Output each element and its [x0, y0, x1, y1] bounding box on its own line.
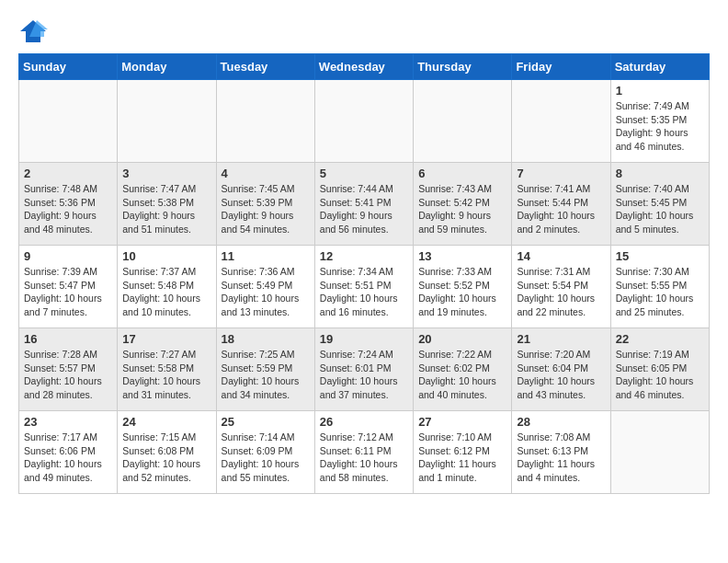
day-info: Sunrise: 7:40 AMSunset: 5:45 PMDaylight:… — [616, 182, 704, 236]
day-info: Sunrise: 7:34 AMSunset: 5:51 PMDaylight:… — [320, 265, 408, 319]
calendar-table: SundayMondayTuesdayWednesdayThursdayFrid… — [18, 53, 710, 494]
day-number: 25 — [222, 415, 310, 429]
calendar-day-cell: 4Sunrise: 7:45 AMSunset: 5:39 PMDaylight… — [216, 163, 314, 246]
day-number: 12 — [320, 249, 408, 263]
day-number: 18 — [222, 332, 310, 346]
day-number: 22 — [616, 332, 704, 346]
day-info: Sunrise: 7:20 AMSunset: 6:04 PMDaylight:… — [517, 348, 605, 402]
calendar-day-cell — [314, 80, 413, 163]
day-number: 3 — [122, 167, 210, 180]
weekday-header: Wednesday — [314, 54, 413, 80]
calendar-day-cell: 9Sunrise: 7:39 AMSunset: 5:47 PMDaylight… — [19, 246, 118, 328]
calendar-day-cell — [512, 80, 610, 163]
day-info: Sunrise: 7:49 AMSunset: 5:35 PMDaylight:… — [616, 99, 704, 154]
day-number: 19 — [320, 332, 408, 346]
day-number: 20 — [418, 332, 506, 346]
day-number: 28 — [517, 415, 605, 429]
day-info: Sunrise: 7:28 AMSunset: 5:57 PMDaylight:… — [24, 348, 112, 402]
calendar-day-cell: 21Sunrise: 7:20 AMSunset: 6:04 PMDayligh… — [512, 328, 610, 411]
day-number: 21 — [517, 332, 605, 346]
day-info: Sunrise: 7:31 AMSunset: 5:54 PMDaylight:… — [517, 265, 605, 319]
day-info: Sunrise: 7:19 AMSunset: 6:05 PMDaylight:… — [616, 348, 704, 402]
calendar-day-cell: 26Sunrise: 7:12 AMSunset: 6:11 PMDayligh… — [314, 411, 413, 494]
calendar-week-row: 2Sunrise: 7:48 AMSunset: 5:36 PMDaylight… — [19, 163, 710, 246]
day-info: Sunrise: 7:33 AMSunset: 5:52 PMDaylight:… — [418, 265, 506, 319]
weekday-header: Saturday — [610, 54, 709, 80]
day-info: Sunrise: 7:25 AMSunset: 5:59 PMDaylight:… — [222, 348, 310, 402]
calendar-day-cell: 19Sunrise: 7:24 AMSunset: 6:01 PMDayligh… — [314, 328, 413, 411]
calendar-day-cell: 27Sunrise: 7:10 AMSunset: 6:12 PMDayligh… — [414, 411, 512, 494]
day-info: Sunrise: 7:24 AMSunset: 6:01 PMDaylight:… — [320, 348, 408, 402]
calendar-day-cell: 5Sunrise: 7:44 AMSunset: 5:41 PMDaylight… — [314, 163, 413, 246]
day-info: Sunrise: 7:36 AMSunset: 5:49 PMDaylight:… — [222, 265, 310, 319]
day-info: Sunrise: 7:22 AMSunset: 6:02 PMDaylight:… — [418, 348, 506, 402]
calendar-day-cell — [414, 80, 512, 163]
weekday-header: Monday — [118, 54, 216, 80]
day-number: 14 — [517, 249, 605, 263]
day-number: 27 — [418, 415, 506, 429]
calendar-day-cell: 25Sunrise: 7:14 AMSunset: 6:09 PMDayligh… — [216, 411, 314, 494]
logo-icon — [18, 18, 48, 44]
day-number: 9 — [24, 249, 112, 263]
day-number: 5 — [320, 167, 408, 180]
day-info: Sunrise: 7:15 AMSunset: 6:08 PMDaylight:… — [122, 431, 210, 485]
calendar-day-cell: 11Sunrise: 7:36 AMSunset: 5:49 PMDayligh… — [216, 246, 314, 328]
day-number: 10 — [122, 249, 210, 263]
calendar-day-cell: 8Sunrise: 7:40 AMSunset: 5:45 PMDaylight… — [610, 163, 709, 246]
calendar-week-row: 16Sunrise: 7:28 AMSunset: 5:57 PMDayligh… — [19, 328, 710, 411]
day-info: Sunrise: 7:14 AMSunset: 6:09 PMDaylight:… — [222, 431, 310, 485]
calendar-day-cell — [19, 80, 118, 163]
day-info: Sunrise: 7:30 AMSunset: 5:55 PMDaylight:… — [616, 265, 704, 319]
calendar-day-cell: 3Sunrise: 7:47 AMSunset: 5:38 PMDaylight… — [118, 163, 216, 246]
day-number: 16 — [24, 332, 112, 346]
day-number: 11 — [222, 249, 310, 263]
calendar-day-cell — [610, 411, 709, 494]
day-info: Sunrise: 7:44 AMSunset: 5:41 PMDaylight:… — [320, 182, 408, 236]
day-number: 4 — [222, 167, 310, 180]
day-info: Sunrise: 7:37 AMSunset: 5:48 PMDaylight:… — [122, 265, 210, 319]
calendar-day-cell: 20Sunrise: 7:22 AMSunset: 6:02 PMDayligh… — [414, 328, 512, 411]
calendar-header-row: SundayMondayTuesdayWednesdayThursdayFrid… — [19, 54, 710, 80]
logo — [18, 18, 51, 44]
day-number: 8 — [616, 167, 704, 180]
calendar-day-cell: 2Sunrise: 7:48 AMSunset: 5:36 PMDaylight… — [19, 163, 118, 246]
calendar-day-cell: 14Sunrise: 7:31 AMSunset: 5:54 PMDayligh… — [512, 246, 610, 328]
day-number: 23 — [24, 415, 112, 429]
day-info: Sunrise: 7:27 AMSunset: 5:58 PMDaylight:… — [122, 348, 210, 402]
day-number: 17 — [122, 332, 210, 346]
calendar-day-cell: 13Sunrise: 7:33 AMSunset: 5:52 PMDayligh… — [414, 246, 512, 328]
day-number: 13 — [418, 249, 506, 263]
calendar-day-cell: 24Sunrise: 7:15 AMSunset: 6:08 PMDayligh… — [118, 411, 216, 494]
calendar-day-cell: 6Sunrise: 7:43 AMSunset: 5:42 PMDaylight… — [414, 163, 512, 246]
calendar-day-cell: 15Sunrise: 7:30 AMSunset: 5:55 PMDayligh… — [610, 246, 709, 328]
calendar-day-cell — [216, 80, 314, 163]
calendar-week-row: 1Sunrise: 7:49 AMSunset: 5:35 PMDaylight… — [19, 80, 710, 163]
weekday-header: Tuesday — [216, 54, 314, 80]
calendar-day-cell: 22Sunrise: 7:19 AMSunset: 6:05 PMDayligh… — [610, 328, 709, 411]
day-number: 26 — [320, 415, 408, 429]
day-info: Sunrise: 7:17 AMSunset: 6:06 PMDaylight:… — [24, 431, 112, 485]
day-info: Sunrise: 7:48 AMSunset: 5:36 PMDaylight:… — [24, 182, 112, 236]
day-number: 24 — [122, 415, 210, 429]
weekday-header: Friday — [512, 54, 610, 80]
day-info: Sunrise: 7:47 AMSunset: 5:38 PMDaylight:… — [122, 182, 210, 236]
day-info: Sunrise: 7:43 AMSunset: 5:42 PMDaylight:… — [418, 182, 506, 236]
weekday-header: Sunday — [19, 54, 118, 80]
day-info: Sunrise: 7:12 AMSunset: 6:11 PMDaylight:… — [320, 431, 408, 485]
calendar-day-cell: 1Sunrise: 7:49 AMSunset: 5:35 PMDaylight… — [610, 80, 709, 163]
day-info: Sunrise: 7:41 AMSunset: 5:44 PMDaylight:… — [517, 182, 605, 236]
calendar-day-cell: 16Sunrise: 7:28 AMSunset: 5:57 PMDayligh… — [19, 328, 118, 411]
calendar-day-cell: 18Sunrise: 7:25 AMSunset: 5:59 PMDayligh… — [216, 328, 314, 411]
page-header — [18, 18, 710, 44]
day-number: 15 — [616, 249, 704, 263]
day-info: Sunrise: 7:45 AMSunset: 5:39 PMDaylight:… — [222, 182, 310, 236]
day-info: Sunrise: 7:39 AMSunset: 5:47 PMDaylight:… — [24, 265, 112, 319]
calendar-day-cell: 7Sunrise: 7:41 AMSunset: 5:44 PMDaylight… — [512, 163, 610, 246]
calendar-week-row: 23Sunrise: 7:17 AMSunset: 6:06 PMDayligh… — [19, 411, 710, 494]
calendar-day-cell — [118, 80, 216, 163]
day-number: 1 — [616, 84, 704, 98]
calendar-day-cell: 10Sunrise: 7:37 AMSunset: 5:48 PMDayligh… — [118, 246, 216, 328]
calendar-day-cell: 17Sunrise: 7:27 AMSunset: 5:58 PMDayligh… — [118, 328, 216, 411]
calendar-day-cell: 23Sunrise: 7:17 AMSunset: 6:06 PMDayligh… — [19, 411, 118, 494]
day-info: Sunrise: 7:10 AMSunset: 6:12 PMDaylight:… — [418, 431, 506, 485]
